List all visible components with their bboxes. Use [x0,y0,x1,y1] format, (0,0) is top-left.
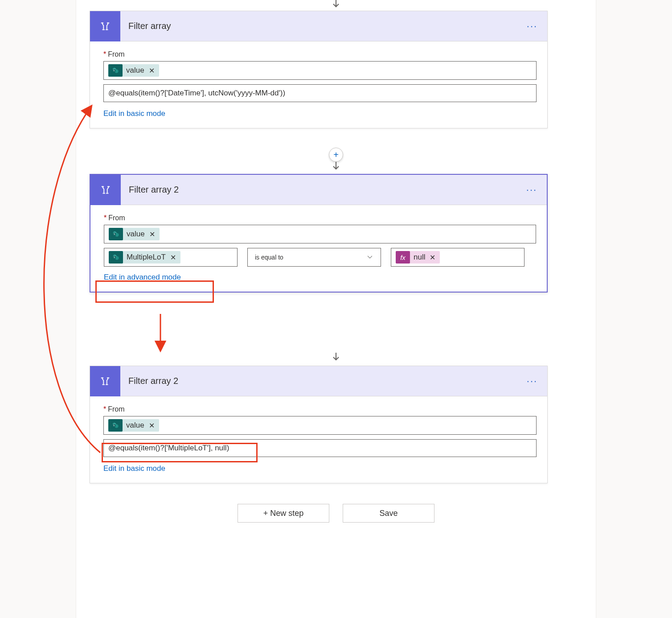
token-label: MultipleLoT [127,253,166,262]
from-label: *From [104,214,536,222]
token-null-expression[interactable]: fx null ✕ [396,251,440,264]
token-remove[interactable]: ✕ [149,230,155,239]
expression-input[interactable]: @equals(item()?['MultipleLoT'], null) [103,439,537,457]
from-input[interactable]: S value ✕ [103,416,537,435]
condition-left-input[interactable]: S MultipleLoT ✕ [104,248,238,267]
token-label: value [126,66,144,75]
from-label: *From [103,50,537,58]
chevron-down-icon [366,253,373,262]
footer-actions: + New step Save [76,504,596,523]
token-value[interactable]: S value ✕ [108,419,159,432]
token-label: value [127,230,145,239]
svg-text:S: S [114,256,115,259]
operator-text: is equal to [255,254,283,261]
from-input[interactable]: S value ✕ [103,61,537,80]
token-value[interactable]: S value ✕ [108,64,159,77]
card-header[interactable]: Filter array ··· [90,11,547,41]
token-value[interactable]: S value ✕ [109,228,160,240]
action-card-filter-array-2-advanced[interactable]: Filter array 2 ··· *From S value ✕ [90,366,548,483]
edit-advanced-mode-link[interactable]: Edit in advanced mode [104,273,181,282]
card-menu-button[interactable]: ··· [521,375,543,387]
card-body: *From S value ✕ @equals(item()?['DateTim… [90,41,547,128]
sharepoint-icon: S [108,419,123,432]
card-title: Filter array 2 [120,376,521,386]
token-label: value [126,421,144,430]
token-label: null [414,253,425,262]
sharepoint-icon: S [108,64,123,77]
condition-operator-select[interactable]: is equal to [247,248,381,267]
connector-arrow-1-2 [331,161,341,173]
card-body: *From S value ✕ @equals(item()?['Multipl… [90,396,547,483]
sharepoint-icon: S [109,251,123,264]
connector-arrow-top [331,0,341,10]
filter-icon [90,366,120,396]
card-body: *From S value ✕ S [90,205,547,292]
from-label: *From [103,405,537,413]
card-title: Filter array [120,21,521,31]
new-step-button[interactable]: + New step [238,504,329,523]
expression-text: @equals(item()?['MultipleLoT'], null) [108,444,229,453]
card-header[interactable]: Filter array 2 ··· [90,366,547,396]
connector-arrow-2-3 [331,351,341,363]
edit-basic-mode-link[interactable]: Edit in basic mode [103,464,165,473]
action-card-filter-array-1[interactable]: Filter array ··· *From S value ✕ [90,11,548,128]
insert-step-button[interactable]: + [329,148,343,162]
card-menu-button[interactable]: ··· [521,21,543,32]
action-card-filter-array-2-basic[interactable]: Filter array 2 ··· *From S value ✕ [90,174,548,293]
svg-text:S: S [113,424,115,427]
condition-row: S MultipleLoT ✕ is equal to [104,248,536,267]
token-remove[interactable]: ✕ [170,253,176,262]
token-remove[interactable]: ✕ [149,66,155,75]
from-input[interactable]: S value ✕ [104,225,536,243]
token-remove[interactable]: ✕ [430,253,435,262]
card-menu-button[interactable]: ··· [521,184,542,196]
flow-canvas: Filter array ··· *From S value ✕ [76,0,596,618]
expression-text: @equals(item()?['DateTime'], utcNow('yyy… [108,89,285,98]
filter-icon [90,175,121,205]
fx-icon: fx [396,251,410,264]
token-remove[interactable]: ✕ [149,421,155,430]
expression-input[interactable]: @equals(item()?['DateTime'], utcNow('yyy… [103,84,537,102]
svg-text:S: S [114,233,115,235]
filter-icon [90,11,120,41]
card-header[interactable]: Filter array 2 ··· [90,175,547,205]
save-button[interactable]: Save [343,504,434,523]
card-title: Filter array 2 [121,185,521,195]
sharepoint-icon: S [109,228,123,240]
svg-text:S: S [113,69,115,72]
edit-basic-mode-link[interactable]: Edit in basic mode [103,109,165,118]
token-multiplelot[interactable]: S MultipleLoT ✕ [109,251,180,264]
condition-right-input[interactable]: fx null ✕ [391,248,524,267]
